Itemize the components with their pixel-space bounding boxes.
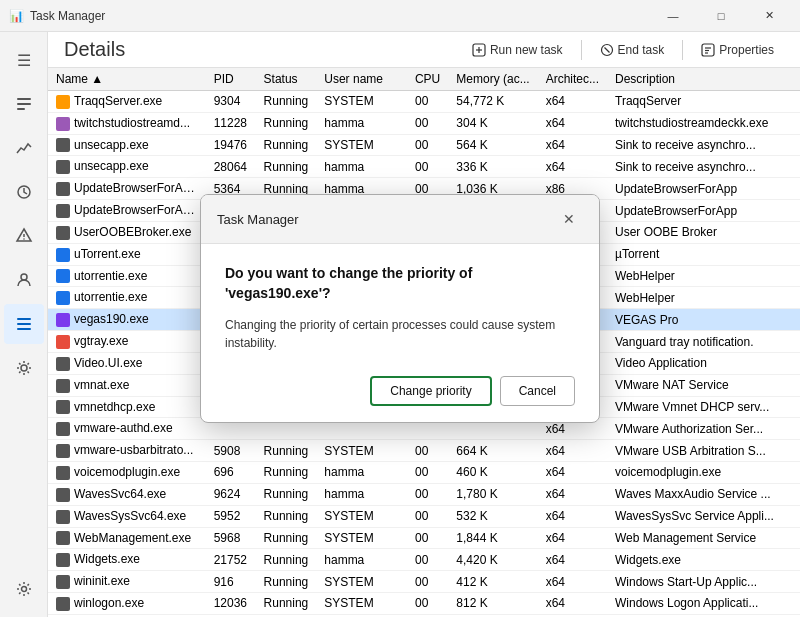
dialog-body: Do you want to change the priority of 'v…: [201, 244, 599, 421]
dialog-overlay: Task Manager ✕ Do you want to change the…: [0, 0, 800, 617]
change-priority-button[interactable]: Change priority: [370, 376, 491, 406]
change-priority-dialog: Task Manager ✕ Do you want to change the…: [200, 194, 600, 422]
dialog-close-button[interactable]: ✕: [555, 205, 583, 233]
dialog-info: Changing the priority of certain process…: [225, 316, 575, 352]
cancel-button[interactable]: Cancel: [500, 376, 575, 406]
dialog-buttons: Change priority Cancel: [225, 376, 575, 406]
dialog-titlebar: Task Manager ✕: [201, 195, 599, 244]
dialog-question: Do you want to change the priority of 'v…: [225, 264, 575, 303]
dialog-title: Task Manager: [217, 212, 555, 227]
